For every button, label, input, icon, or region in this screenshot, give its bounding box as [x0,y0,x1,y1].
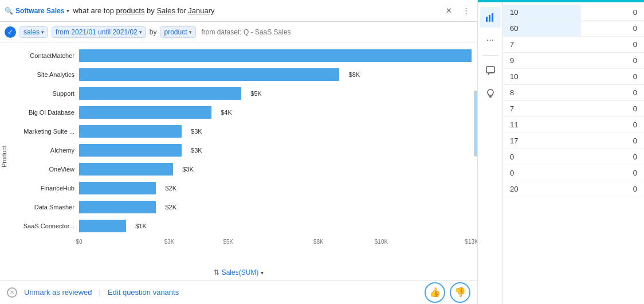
bars-area: ContactMatcher$12KSite Analytics$8KSuppo… [10,47,477,266]
bar-row: SaaS Connector...$1K [10,217,472,235]
table-row: 100 [503,5,644,21]
data-table-area: 100600709010080701101700000200 [503,2,644,304]
nav-lightbulb-icon[interactable] [480,83,501,104]
x-tick: $0 [76,239,82,245]
chip1-arrow: ▾ [41,29,44,35]
thumbs-down-button[interactable]: 👎 [450,282,470,303]
filter-check-icon: ✓ [5,26,16,38]
table-cell-col1: 10 [503,68,581,84]
query-products[interactable]: products [116,6,145,15]
bar-track[interactable]: $12K [79,49,472,62]
filter-chip-product[interactable]: product ▾ [160,26,195,38]
bar-track[interactable]: $3K [79,144,472,157]
table-row: 70 [503,36,644,52]
bar-fill: $5K [79,87,241,100]
table-cell-col1: 7 [503,100,581,116]
table-cell-col2: 0 [581,84,644,100]
bar-row: Site Analytics$8K [10,66,472,83]
table-row: 00 [503,165,644,181]
filter-chip-date[interactable]: from 2021/01 until 2021/02 ▾ [52,26,146,38]
nav-chart-icon[interactable] [480,7,501,28]
bar-row: Support$5K [10,85,472,102]
bar-fill: $8K [79,68,339,81]
unmark-link[interactable]: Unmark as reviewed [24,288,92,297]
icon-nav: ··· [478,2,503,304]
table-cell-col2: 0 [581,5,644,21]
dropdown-arrow-app[interactable]: ▾ [66,8,69,14]
bar-fill: $4K [79,106,211,119]
chart-panel: 🔍 Software Sales ▾ what are top products… [0,0,478,304]
table-cell-col2: 0 [581,68,644,84]
bar-label: Support [10,90,79,97]
svg-rect-1 [489,15,490,22]
bar-track[interactable]: $8K [79,68,472,81]
bar-value: $3K [191,128,202,135]
table-cell-col2: 0 [581,132,644,149]
table-cell-col2: 0 [581,116,644,132]
sort-icon: ⇅ [214,268,219,276]
thumbs-up-button[interactable]: 👍 [425,282,445,303]
bottom-bar: ✕ Unmark as reviewed | Edit question var… [0,280,477,304]
table-cell-col1: 7 [503,36,581,52]
table-cell-col2: 0 [581,165,644,181]
main-container: 🔍 Software Sales ▾ what are top products… [0,0,644,304]
data-table: 100600709010080701101700000200 [503,5,644,197]
query-prefix: what are top [73,6,114,15]
nav-comment-icon[interactable] [480,60,501,81]
table-row: 100 [503,68,644,84]
bar-fill: $12K [79,49,472,62]
query-sales[interactable]: Sales [156,6,175,15]
x-tick: $3K [164,239,175,245]
bar-label: Alchemy [10,147,79,154]
search-query: what are top products by Sales for Janua… [73,6,438,15]
chart-content: Product ContactMatcher$12KSite Analytics… [0,42,477,280]
bar-label: Site Analytics [10,71,79,78]
table-row: 80 [503,84,644,100]
bar-label: Data Smasher [10,204,79,211]
bar-fill: $3K [79,125,182,138]
search-more-button[interactable]: ⋮ [459,4,473,18]
bars-container: ContactMatcher$12KSite Analytics$8KSuppo… [10,47,472,236]
table-cell-col1: 9 [503,52,581,68]
bar-track[interactable]: $2K [79,182,472,194]
table-cell-col1: 60 [503,20,581,36]
table-cell-col1: 8 [503,84,581,100]
bar-row: ContactMatcher$12K [10,47,472,64]
query-january[interactable]: January [188,6,214,15]
bar-track[interactable]: $2K [79,201,472,213]
chip3-arrow: ▾ [189,29,192,35]
nav-more-icon[interactable]: ··· [480,30,501,50]
table-cell-col1: 11 [503,116,581,132]
table-row: 70 [503,100,644,116]
bar-row: OneView$3K [10,161,472,178]
search-close-button[interactable]: ✕ [442,4,455,18]
bar-label: ContactMatcher [10,52,79,59]
bar-label: Marketing Suite ... [10,128,79,135]
bar-row: Data Smasher$2K [10,198,472,216]
app-name-wrap: 🔍 Software Sales ▾ [5,7,69,15]
query-by: by [147,6,155,15]
bar-value: $1K [135,223,147,229]
filter-chip-sales[interactable]: sales ▾ [19,26,48,38]
data-table-body: 100600709010080701101700000200 [503,5,644,197]
bar-track[interactable]: $3K [79,125,472,138]
bar-track[interactable]: $5K [79,87,472,100]
edit-link[interactable]: Edit question variants [108,288,179,297]
bar-track[interactable]: $4K [79,106,472,119]
bar-track[interactable]: $1K [79,220,472,232]
x-tick: $13K [465,239,477,245]
bar-fill: $2K [79,182,156,194]
x-ticks: $0$3K$5K$8K$10K$13K [79,239,472,250]
feedback-buttons: 👍 👎 [425,282,470,303]
app-name: Software Sales [15,7,64,15]
measure-label[interactable]: Sales(SUM) [222,268,259,276]
query-for: for [178,6,186,15]
bar-value: $3K [182,166,194,173]
icon-sidebar: ··· [478,2,644,304]
table-row: 90 [503,52,644,68]
chip2-arrow: ▾ [139,29,142,35]
bar-track[interactable]: $3K [79,163,472,176]
table-cell-col2: 0 [581,149,644,165]
table-cell-col2: 0 [581,181,644,197]
measure-arrow: ▾ [261,270,264,276]
